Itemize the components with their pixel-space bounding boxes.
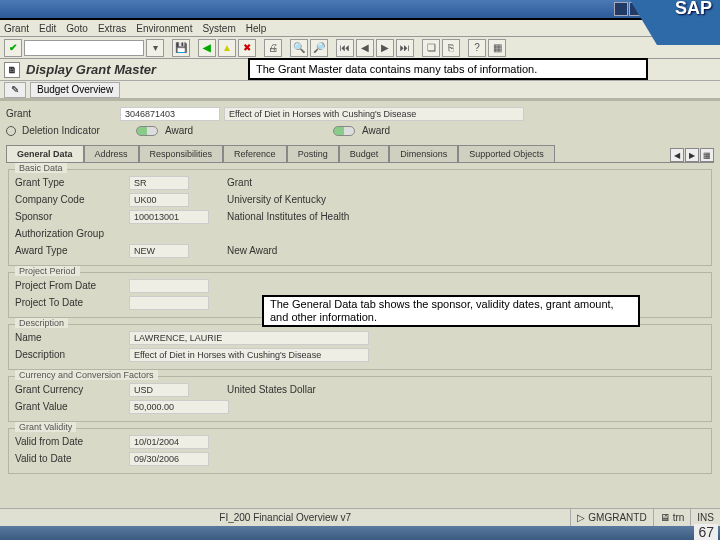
grant-value-field: 50,000.00 xyxy=(129,400,229,414)
window-titlebar xyxy=(0,0,720,20)
group-basic-data: Basic Data Grant Type SR Grant Company C… xyxy=(8,169,712,266)
grant-type-field: SR xyxy=(129,176,189,190)
company-code-field: UK00 xyxy=(129,193,189,207)
dropdown-icon[interactable]: ▷ xyxy=(577,512,585,523)
minimize-icon[interactable] xyxy=(614,2,628,16)
enter-icon[interactable]: ✔ xyxy=(4,39,22,57)
menu-extras[interactable]: Extras xyxy=(98,23,126,34)
tab-reference[interactable]: Reference xyxy=(223,145,287,162)
grant-field[interactable]: 3046871403 xyxy=(120,107,220,121)
dropdown-icon[interactable]: ▾ xyxy=(146,39,164,57)
grant-name-field: Effect of Diet in Horses with Cushing's … xyxy=(224,107,524,121)
server-icon: 🖥 xyxy=(660,512,670,523)
footer-center: FI_200 Financial Overview v7 xyxy=(0,512,570,523)
menu-environment[interactable]: Environment xyxy=(136,23,192,34)
prev-page-icon[interactable]: ◀ xyxy=(356,39,374,57)
award-toggle-2 xyxy=(333,126,355,136)
group-validity: Grant Validity Valid from Date 10/01/200… xyxy=(8,428,712,474)
last-page-icon[interactable]: ⏭ xyxy=(396,39,414,57)
name-field: LAWRENCE, LAURIE xyxy=(129,331,369,345)
tab-scroll-left-icon[interactable]: ◀ xyxy=(670,148,684,162)
layout-icon[interactable]: ▦ xyxy=(488,39,506,57)
next-page-icon[interactable]: ▶ xyxy=(376,39,394,57)
statusbar: FI_200 Financial Overview v7 ▷GMGRANTD 🖥… xyxy=(0,508,720,526)
slide-bottom-bar xyxy=(0,526,720,540)
grant-label: Grant xyxy=(6,108,116,119)
menu-help[interactable]: Help xyxy=(246,23,267,34)
menu-edit[interactable]: Edit xyxy=(39,23,56,34)
page-title: Display Grant Master xyxy=(26,62,156,77)
annotation-tabs: The Grant Master data contains many tabs… xyxy=(248,58,648,80)
menu-system[interactable]: System xyxy=(202,23,235,34)
first-page-icon[interactable]: ⏮ xyxy=(336,39,354,57)
tab-general-data[interactable]: General Data xyxy=(6,145,84,162)
sap-logo: SAP xyxy=(669,0,718,19)
help-icon[interactable]: ? xyxy=(468,39,486,57)
sponsor-field: 100013001 xyxy=(129,210,209,224)
new-session-icon[interactable]: ❏ xyxy=(422,39,440,57)
standard-toolbar: ✔ ▾ 💾 ◀ ▲ ✖ 🖨 🔍 🔎 ⏮ ◀ ▶ ⏭ ❏ ⎘ ? ▦ xyxy=(0,37,720,59)
change-display-button[interactable]: ✎ xyxy=(4,82,26,98)
currency-field: USD xyxy=(129,383,189,397)
tab-supported-objects[interactable]: Supported Objects xyxy=(458,145,555,162)
screen-icon[interactable]: 🗎 xyxy=(4,62,20,78)
find-next-icon[interactable]: 🔎 xyxy=(310,39,328,57)
screen-body: Grant 3046871403 Effect of Diet in Horse… xyxy=(0,101,720,480)
app-toolbar: ✎ Budget Overview xyxy=(0,81,720,101)
award-type-field: NEW xyxy=(129,244,189,258)
award-label-2: Award xyxy=(362,125,390,136)
budget-overview-button[interactable]: Budget Overview xyxy=(30,82,120,98)
tab-responsibilities[interactable]: Responsibilities xyxy=(139,145,224,162)
project-to-field xyxy=(129,296,209,310)
tab-posting[interactable]: Posting xyxy=(287,145,339,162)
print-icon[interactable]: 🖨 xyxy=(264,39,282,57)
menu-grant[interactable]: Grant xyxy=(4,23,29,34)
valid-from-field: 10/01/2004 xyxy=(129,435,209,449)
find-icon[interactable]: 🔍 xyxy=(290,39,308,57)
command-field[interactable] xyxy=(24,40,144,56)
slide-number: 67 xyxy=(694,524,718,540)
deletion-label: Deletion Indicator xyxy=(22,125,132,136)
tab-dimensions[interactable]: Dimensions xyxy=(389,145,458,162)
project-from-field xyxy=(129,279,209,293)
valid-to-field: 09/30/2006 xyxy=(129,452,209,466)
tab-list-icon[interactable]: ▦ xyxy=(700,148,714,162)
save-icon[interactable]: 💾 xyxy=(172,39,190,57)
tab-scroll-right-icon[interactable]: ▶ xyxy=(685,148,699,162)
group-description: Description Name LAWRENCE, LAURIE Descri… xyxy=(8,324,712,370)
tcode-text: GMGRANTD xyxy=(588,512,646,523)
cancel-icon[interactable]: ✖ xyxy=(238,39,256,57)
group-currency: Currency and Conversion Factors Grant Cu… xyxy=(8,376,712,422)
menu-goto[interactable]: Goto xyxy=(66,23,88,34)
deletion-radio xyxy=(6,126,16,136)
tab-budget[interactable]: Budget xyxy=(339,145,390,162)
tabstrip: General Data Address Responsibilities Re… xyxy=(6,145,714,163)
menubar: Grant Edit Goto Extras Environment Syste… xyxy=(0,20,720,37)
exit-icon[interactable]: ▲ xyxy=(218,39,236,57)
back-icon[interactable]: ◀ xyxy=(198,39,216,57)
annotation-general-data: The General Data tab shows the sponsor, … xyxy=(262,295,640,327)
shortcut-icon[interactable]: ⎘ xyxy=(442,39,460,57)
award-label-1: Award xyxy=(165,125,225,136)
tab-address[interactable]: Address xyxy=(84,145,139,162)
award-toggle-1 xyxy=(136,126,158,136)
description-field: Effect of Diet in Horses with Cushing's … xyxy=(129,348,369,362)
